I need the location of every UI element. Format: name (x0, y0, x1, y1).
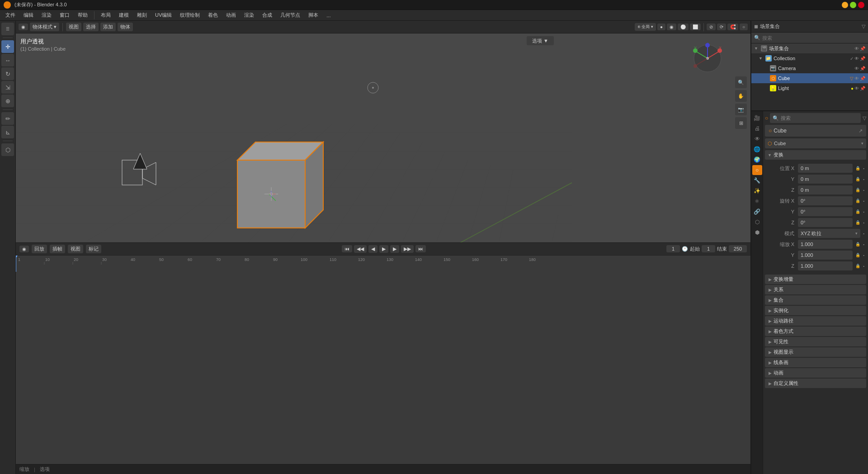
light-eye-icon[interactable]: 👁 (854, 86, 859, 91)
rot-y-lock[interactable]: 🔒 (855, 209, 860, 214)
global-local-toggle[interactable]: ⊕ 全局 ▾ (635, 23, 656, 31)
cube-restrict-icon[interactable]: 📌 (860, 76, 865, 81)
playback-menu[interactable]: 回放 (32, 245, 47, 253)
workspace-model[interactable]: 建模 (115, 11, 132, 19)
scale-z-input[interactable]: 1.000 (798, 261, 853, 270)
timeline-view-menu[interactable]: 视图 (68, 245, 83, 253)
menu-window[interactable]: 窗口 (56, 11, 73, 19)
tool-annotate[interactable]: ✏ (1, 112, 14, 125)
position-z-input[interactable]: 0 m (798, 185, 853, 194)
next-keyframe-btn[interactable]: ▶ (390, 245, 399, 253)
play-btn[interactable]: ▶ (379, 245, 388, 253)
rotation-z-input[interactable]: 0° (798, 218, 853, 227)
navigation-gizmo[interactable]: X Y Z (692, 43, 723, 74)
visibility-section[interactable]: ▶ 可见性 (765, 337, 866, 346)
collection-vis-icon[interactable]: ✓ (850, 56, 854, 61)
camera-eye-icon[interactable]: 👁 (854, 66, 859, 71)
menu-edit[interactable]: 编辑 (20, 11, 37, 19)
position-y-input[interactable]: 0 m (798, 175, 853, 184)
tool-add[interactable]: ⬡ (1, 143, 14, 156)
scale-y-input[interactable]: 1.000 (798, 251, 853, 260)
props-tab-render[interactable]: 🎥 (752, 113, 762, 123)
snap-toggle[interactable]: 🧲 (727, 24, 738, 30)
camera-view-btn[interactable]: 📷 (735, 104, 747, 115)
outliner-search[interactable]: 🔍 (751, 33, 868, 43)
scale-z-lock[interactable]: 🔒 (855, 264, 860, 268)
mode-dropdown[interactable]: 物体模式 ▾ (30, 23, 59, 31)
timeline-track[interactable]: 1 10 20 30 40 50 60 70 80 90 100 110 120… (16, 255, 750, 465)
props-tab-data[interactable]: ⬡ (752, 217, 762, 227)
outliner-camera[interactable]: ▶ 📷 Camera 👁 📌 (751, 63, 868, 73)
props-tab-world[interactable]: 🌍 (752, 155, 762, 165)
zoom-out-btn[interactable]: ✋ (735, 90, 747, 102)
next-frame-btn[interactable]: ▶▶ (401, 245, 414, 253)
props-tab-physics[interactable]: ⚛ (752, 196, 762, 206)
tool-cursor[interactable]: ✛ (1, 40, 14, 53)
jump-start-btn[interactable]: ⏮ (342, 245, 352, 252)
outliner-search-input[interactable] (762, 35, 865, 41)
transform-section-header[interactable]: ▼ 变换 (765, 150, 866, 160)
props-expand-btn[interactable]: ▽ (863, 115, 866, 121)
editor-type-selector[interactable]: ◉ (19, 24, 28, 30)
instancing-section[interactable]: ▶ 实例化 (765, 306, 866, 315)
props-tab-material[interactable]: ⬢ (752, 228, 762, 237)
viewport-canvas[interactable]: 用户透视 (1) Collection | Cube 选项 ▼ X (16, 33, 750, 242)
end-frame-input[interactable]: 250 (729, 245, 747, 252)
workspace-uv[interactable]: UV编辑 (151, 11, 175, 19)
menu-help[interactable]: 帮助 (74, 11, 91, 19)
rot-x-lock[interactable]: 🔒 (855, 199, 860, 203)
props-tab-modifier[interactable]: 🔧 (752, 175, 762, 185)
outliner-cube[interactable]: ▶ ⬡ Cube ▽ 👁 📌 (751, 73, 868, 83)
motion-path-section[interactable]: ▶ 运动路径 (765, 316, 866, 326)
menu-render[interactable]: 渲染 (38, 11, 55, 19)
workspace-geo[interactable]: 几何节点 (277, 11, 304, 19)
pos-z-lock[interactable]: 🔒 (855, 188, 860, 192)
editor-type-btn-bottom[interactable]: ◉ (19, 246, 29, 252)
tool-measure[interactable]: ⊾ (1, 126, 14, 138)
workspace-layout[interactable]: 布局 (97, 11, 114, 19)
workspace-render[interactable]: 渲染 (241, 11, 258, 19)
zoom-in-btn[interactable]: 🔍 (735, 76, 747, 88)
view-menu[interactable]: 视图 (66, 23, 81, 31)
workspace-more[interactable]: ... (323, 12, 334, 19)
insert-menu[interactable]: 插帧 (50, 245, 65, 253)
custom-props-section[interactable]: ▶ 自定义属性 (765, 379, 866, 388)
animation-section[interactable]: ▶ 动画 (765, 368, 866, 378)
workspace-script[interactable]: 脚本 (305, 11, 322, 19)
props-tab-constraints[interactable]: 🔗 (752, 207, 762, 217)
viewport-display-section[interactable]: ▶ 视图显示 (765, 347, 866, 357)
tool-transform[interactable]: ⊕ (1, 95, 14, 107)
workspace-texture[interactable]: 纹理绘制 (176, 11, 203, 19)
cube-eye-icon[interactable]: 👁 (854, 76, 859, 81)
status-options[interactable]: 选项 (40, 466, 50, 473)
menu-file[interactable]: 文件 (2, 11, 19, 19)
rotation-x-input[interactable]: 0° (798, 196, 853, 205)
light-restrict-icon[interactable]: 📌 (860, 86, 865, 91)
outliner-light[interactable]: ▶ 💡 Light ● 👁 📌 (751, 83, 868, 93)
outliner-collection[interactable]: ▼ 📁 Collection ✓ 👁 📌 (751, 53, 868, 63)
camera-restrict-icon[interactable]: 📌 (860, 66, 865, 71)
mesh-name-dropdown[interactable]: ⬡ Cube ▾ (765, 138, 866, 148)
close-button[interactable] (858, 2, 864, 8)
props-search-row[interactable]: 🔍 搜索 (770, 113, 861, 123)
viewport-shading-solid[interactable]: ● (657, 24, 665, 30)
add-menu[interactable]: 添加 (100, 23, 116, 31)
position-x-input[interactable]: 0 m (798, 164, 853, 173)
maximize-button[interactable] (850, 2, 856, 8)
viewport-shading-wireframe[interactable]: ⬜ (690, 24, 701, 30)
pos-y-lock[interactable]: 🔒 (855, 177, 860, 181)
rot-z-lock[interactable]: 🔒 (855, 220, 860, 225)
shading-section[interactable]: ▶ 着色方式 (765, 327, 866, 336)
mode-selector[interactable]: ☰ (1, 23, 14, 35)
status-scale[interactable]: 缩放 (19, 466, 29, 473)
props-tab-object[interactable]: ○ (752, 165, 762, 175)
object-menu[interactable]: 物体 (118, 23, 133, 31)
rotation-y-input[interactable]: 0° (798, 207, 853, 216)
select-menu[interactable]: 选择 (83, 23, 99, 31)
jump-end-btn[interactable]: ⏭ (415, 245, 426, 252)
tool-move[interactable]: ↔ (1, 54, 14, 66)
proportional-edit[interactable]: ○ (740, 24, 748, 30)
viewport-overlays[interactable]: ⊘ (707, 24, 716, 30)
grid-toggle-btn[interactable]: ⊞ (735, 117, 747, 129)
props-tab-scene[interactable]: 🌐 (752, 144, 762, 154)
